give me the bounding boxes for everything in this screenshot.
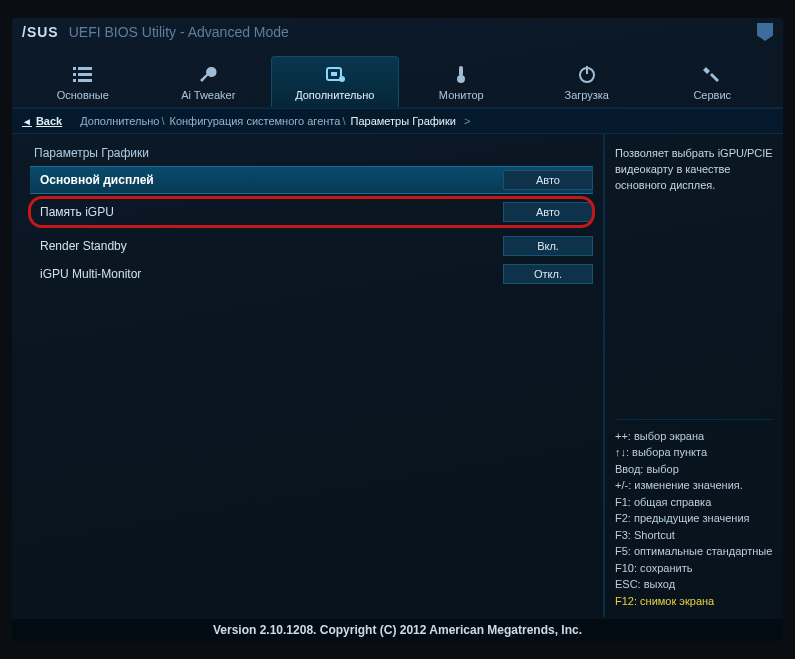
tab-label: Основные [57, 89, 109, 101]
svg-rect-0 [73, 67, 76, 70]
key-legend: ++: выбор экрана ↑↓: выбора пункта Ввод:… [615, 419, 773, 610]
tab-main[interactable]: Основные [20, 57, 146, 107]
setting-label: Render Standby [40, 239, 503, 253]
tab-service[interactable]: Сервис [650, 57, 776, 107]
svg-point-10 [457, 75, 465, 83]
svg-rect-9 [459, 66, 463, 76]
help-panel: Позволяет выбрать iGPU/PCIE видеокарту в… [603, 134, 783, 617]
legend-f2: F2: предыдущие значения [615, 510, 773, 527]
title-bar: /SUS UEFI BIOS Utility - Advanced Mode [12, 18, 783, 46]
thermometer-icon [449, 63, 473, 85]
legend-f5: F5: оптимальные стандартные [615, 543, 773, 560]
wrench-icon [196, 63, 220, 85]
svg-rect-3 [78, 73, 92, 76]
crumb-segment[interactable]: Конфигурация системного агента [170, 115, 341, 127]
svg-rect-2 [73, 73, 76, 76]
list-icon [71, 63, 95, 85]
tab-bar: Основные Ai Tweaker Дополнительно Монито… [12, 46, 783, 108]
legend-f1: F1: общая справка [615, 494, 773, 511]
crumb-segment-active: Параметры Графики [351, 115, 456, 127]
tab-boot[interactable]: Загрузка [524, 57, 650, 107]
setting-row-igpu-memory[interactable]: Память iGPU Авто [30, 198, 593, 226]
utility-title: UEFI BIOS Utility - Advanced Mode [69, 24, 289, 40]
svg-rect-5 [78, 79, 92, 82]
svg-point-8 [339, 76, 345, 82]
brand-logo: /SUS [22, 24, 59, 40]
svg-rect-4 [73, 79, 76, 82]
tab-label: Монитор [439, 89, 484, 101]
tab-advanced[interactable]: Дополнительно [271, 56, 399, 107]
breadcrumb: ◄ Back Дополнительно\ Конфигурация систе… [12, 108, 783, 134]
highlighted-row: Память iGPU Авто [28, 196, 595, 228]
power-icon [575, 63, 599, 85]
legend-f10: F10: сохранить [615, 560, 773, 577]
exit-icon[interactable] [757, 23, 773, 41]
back-label: Back [36, 115, 62, 127]
svg-rect-12 [586, 66, 588, 74]
setting-value-dropdown[interactable]: Авто [503, 202, 593, 222]
back-button[interactable]: ◄ Back [12, 109, 76, 133]
legend-f12: F12: снимок экрана [615, 593, 773, 610]
legend-arrows-lr: ++: выбор экрана [615, 428, 773, 445]
tab-label: Дополнительно [295, 89, 374, 101]
setting-row-render-standby[interactable]: Render Standby Вкл. [30, 232, 593, 260]
legend-enter: Ввод: выбор [615, 461, 773, 478]
tab-tweaker[interactable]: Ai Tweaker [146, 57, 272, 107]
legend-f3: F3: Shortcut [615, 527, 773, 544]
legend-plusminus: +/-: изменение значения. [615, 477, 773, 494]
chip-icon [323, 63, 347, 85]
help-text: Позволяет выбрать iGPU/PCIE видеокарту в… [615, 146, 773, 194]
svg-rect-7 [331, 72, 337, 76]
tool-icon [700, 63, 724, 85]
tab-label: Загрузка [565, 89, 609, 101]
setting-value-dropdown[interactable]: Откл. [503, 264, 593, 284]
setting-label: iGPU Multi-Monitor [40, 267, 503, 281]
settings-panel: Параметры Графики Основной дисплей Авто … [12, 134, 603, 617]
back-arrow-icon: ◄ [22, 116, 32, 127]
setting-value-dropdown[interactable]: Вкл. [503, 236, 593, 256]
setting-value-dropdown[interactable]: Авто [503, 170, 593, 190]
setting-label: Основной дисплей [40, 173, 503, 187]
tab-label: Сервис [693, 89, 731, 101]
setting-label: Память iGPU [40, 205, 503, 219]
svg-rect-1 [78, 67, 92, 70]
setting-row-primary-display[interactable]: Основной дисплей Авто [30, 166, 593, 194]
tab-label: Ai Tweaker [181, 89, 235, 101]
panel-title: Параметры Графики [30, 144, 593, 166]
tab-monitor[interactable]: Монитор [399, 57, 525, 107]
legend-arrows-ud: ↑↓: выбора пункта [615, 444, 773, 461]
footer-version: Version 2.10.1208. Copyright (C) 2012 Am… [12, 619, 783, 641]
setting-row-igpu-multi-monitor[interactable]: iGPU Multi-Monitor Откл. [30, 260, 593, 288]
crumb-segment[interactable]: Дополнительно [80, 115, 159, 127]
legend-esc: ESC: выход [615, 576, 773, 593]
